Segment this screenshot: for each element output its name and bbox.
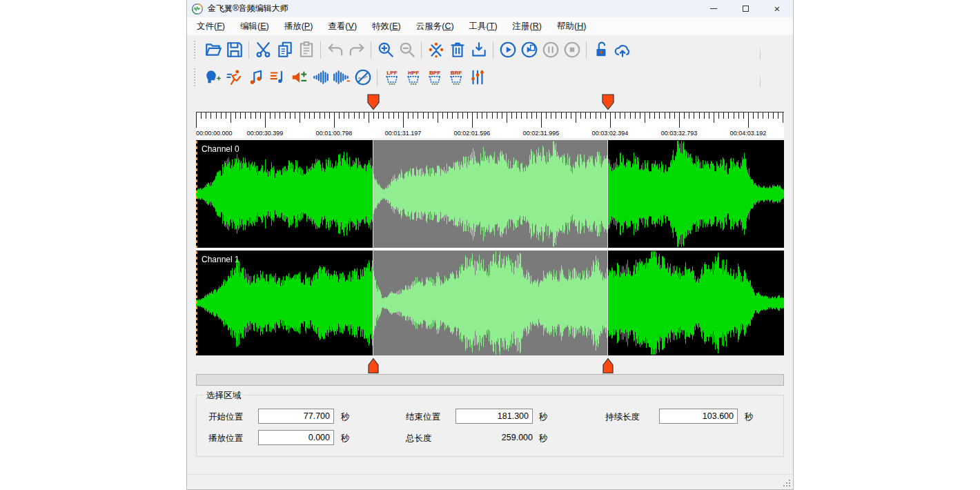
mix-button[interactable] [426,39,446,60]
timeline-ruler[interactable]: 00:00:00.00000:00:30.39900:01:00.79800:0… [196,112,784,138]
cut-icon [255,41,273,59]
end-position-input[interactable] [455,409,533,424]
menu-item-2[interactable]: 编辑(E) [233,17,277,35]
waveform-channel-1[interactable] [196,251,784,355]
ruler-tick [734,112,734,119]
svg-text:BRF: BRF [450,70,462,76]
copy-button[interactable] [275,39,295,60]
total-length-unit: 秒 [539,433,548,444]
ruler-tick [615,112,616,119]
ruler-tick [531,112,532,119]
duration-input[interactable] [659,409,738,424]
minimize-button[interactable] [698,0,729,17]
ruler-tick [245,112,246,119]
ruler-tick [576,112,576,123]
delete-button[interactable] [447,39,467,60]
menu-item-1[interactable]: 文件(F) [189,17,233,35]
undo-button [325,39,345,60]
filter-bpf-button[interactable]: BPF [424,67,444,88]
save-button[interactable] [224,39,244,60]
pitch-button[interactable] [246,67,266,88]
ruler-tick [477,112,478,119]
ruler-label: 00:01:00.798 [316,130,353,137]
selection-markers-top [196,94,784,112]
pitch-icon [247,68,265,86]
ruler-tick [605,112,606,119]
maximize-button[interactable] [729,0,761,17]
zoom-in-button[interactable] [375,39,395,60]
denoise-button[interactable] [353,67,373,88]
toolbar-grip[interactable] [194,41,197,59]
menu-item-5[interactable]: 特效(E) [364,17,409,35]
import-button[interactable] [469,39,489,60]
ruler-tick [699,112,700,119]
filter-hpf-button[interactable]: HPF [403,67,423,88]
fade-in-button[interactable] [310,67,330,88]
ruler-tick [521,112,522,119]
selection-start-marker-top[interactable] [367,94,380,113]
play-position-input[interactable] [258,430,334,445]
cut-button[interactable] [253,39,273,60]
rate-button[interactable] [267,67,287,88]
zoom-out-icon [398,41,416,59]
filter-brf-button[interactable]: BRF [446,67,466,88]
equalizer-icon [469,68,487,86]
ruler-tick [438,112,438,123]
ruler-tick [275,112,275,119]
fade-out-button[interactable] [331,67,351,88]
ruler-tick [270,112,271,119]
ruler-label: 00:02:31.995 [523,130,560,137]
undo-icon [326,41,344,59]
selection-end-marker-top[interactable] [602,94,614,113]
volume-button[interactable] [288,67,308,88]
menu-item-4[interactable]: 查看(V) [320,17,364,35]
app-window: 金飞翼®音频编辑大师 × 文件(F)编辑(E)播放(P)查看(V)特效(E)云服… [186,0,794,490]
menu-item-6[interactable]: 云服务(C) [409,17,462,35]
ruler-tick [240,112,241,119]
ruler-tick [674,112,675,119]
play-button[interactable] [498,39,518,60]
copy-icon [276,41,294,59]
denoise-icon [354,68,372,86]
tempo-button[interactable] [224,67,244,88]
start-position-unit: 秒 [341,411,350,423]
resize-grip[interactable] [783,480,790,487]
ruler-tick [723,112,724,119]
ruler-tick [428,112,429,119]
toolbar-edge [760,68,761,86]
play-selection-button[interactable] [519,39,539,60]
menu-item-9[interactable]: 帮助(H) [549,17,594,35]
waveform-channel-0[interactable] [196,140,784,248]
ruler-tick [369,112,369,123]
toolbar-separator [377,69,378,86]
start-position-input[interactable] [258,409,334,424]
ruler-tick [442,112,443,119]
ruler-tick [398,112,399,119]
pause-button [540,39,560,60]
open-icon [204,41,222,59]
open-button[interactable] [203,39,223,60]
ruler-tick [364,112,364,119]
ruler-tick [709,112,709,119]
voice-button[interactable] [203,67,223,88]
waveform-scrollbar[interactable] [196,374,784,386]
filter-brf-icon: BRF [447,68,465,86]
ruler-tick [763,112,763,119]
menu-item-8[interactable]: 注册(R) [505,17,549,35]
ruler-label: 00:03:02.394 [592,130,629,137]
equalizer-button[interactable] [467,67,487,88]
ruler-tick [378,112,379,119]
menu-item-7[interactable]: 工具(T) [462,17,505,35]
ruler-tick [645,112,645,123]
toolbar-grip[interactable] [194,68,197,86]
ruler-label: 00:00:30.399 [247,130,284,137]
menu-item-3[interactable]: 播放(P) [277,17,321,35]
close-button[interactable]: × [761,0,793,17]
filter-lpf-button[interactable]: LPF [382,67,402,88]
filter-hpf-icon: HPF [404,68,422,86]
unlock-button[interactable] [591,39,611,60]
svg-text:BPF: BPF [429,70,440,76]
ruler-tick [458,112,458,119]
play-position-label: 播放位置 [208,433,243,444]
cloud-upload-button[interactable] [612,39,632,60]
